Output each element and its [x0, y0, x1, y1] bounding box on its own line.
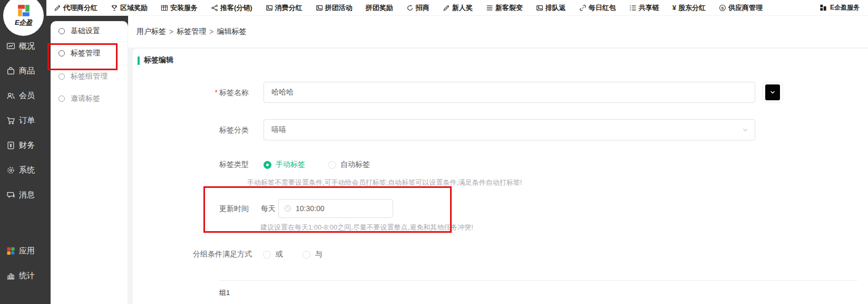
topnav-item-group-activity[interactable]: 拼团活动: [316, 3, 353, 13]
breadcrumb-item-user-tags[interactable]: 用户标签: [136, 27, 166, 36]
brand-logo[interactable]: E企盈: [3, 0, 44, 36]
topnav-item-group-reward[interactable]: 拼团奖励: [366, 3, 393, 13]
topnav-label: 拼团奖励: [366, 3, 393, 13]
radio-or-label[interactable]: 或: [276, 250, 283, 259]
breadcrumb-item-tag-management[interactable]: 标签管理: [177, 27, 206, 36]
sidebar-item-label: 商品: [19, 66, 35, 76]
top-nav-bar: 代理商分红 区域奖励 安装服务 推客(分销) 消费分红 拼团活动 拼团奖励 招商…: [46, 0, 868, 16]
group-condition-label: 分组条件满足方式: [133, 250, 252, 259]
topnav-item-distribution[interactable]: 推客(分销): [211, 3, 252, 13]
message-icon: [6, 191, 15, 200]
gear-icon: [6, 166, 15, 175]
sidebar-item-apps[interactable]: 应用: [0, 239, 46, 263]
required-asterisk: *: [215, 88, 218, 97]
topnav-item-supplier-mgmt[interactable]: S 供应商管理: [719, 3, 763, 13]
sidebar-item-orders[interactable]: 订单: [0, 108, 46, 133]
topnav-item-fission[interactable]: 新客裂变: [486, 3, 523, 13]
tag-type-radio-group: 手动标签 自动标签: [264, 160, 370, 169]
sidebar-item-label: 概况: [19, 41, 35, 51]
circle-icon: [58, 28, 65, 34]
update-time-value: 10:30:00: [296, 204, 325, 213]
subsidebar-item-tag-management[interactable]: 标签管理: [51, 42, 128, 65]
topnav-label: 供应商管理: [728, 3, 763, 13]
update-time-input[interactable]: 10:30:00: [278, 199, 393, 218]
breadcrumb: 用户标签 > 标签管理 > 编辑标签: [128, 16, 868, 48]
subsidebar-item-label: 基础设置: [71, 26, 100, 36]
topnav-label: 每日红包: [589, 3, 616, 13]
topnav-item-share-chain[interactable]: 共享链: [629, 3, 659, 13]
sidebar-item-members[interactable]: 会员: [0, 83, 46, 108]
topnav-label: 拼团活动: [325, 3, 353, 13]
brand-logo-text: E企盈: [15, 18, 32, 27]
tag-category-label: 标签分类: [133, 126, 249, 135]
image-icon: [316, 4, 323, 12]
subsidebar-item-basic-settings[interactable]: 基础设置: [51, 21, 128, 42]
sidebar-item-message[interactable]: 消息: [0, 183, 46, 207]
chevron-down-icon: [742, 127, 748, 133]
radio-auto-tag-label[interactable]: 自动标签: [340, 160, 370, 169]
topnav-item-eqiying-service[interactable]: E企盈服务: [820, 3, 860, 12]
sidebar-item-goods[interactable]: 商品: [0, 59, 46, 83]
radio-auto-tag[interactable]: [328, 161, 336, 169]
members-icon: [6, 91, 15, 100]
section-title: 标签编辑: [144, 55, 173, 65]
brand-logo-icon: [17, 4, 31, 17]
circle-icon: [58, 73, 65, 80]
breadcrumb-item-edit-tag[interactable]: 编辑标签: [217, 27, 246, 36]
goods-icon: [6, 66, 15, 75]
tag-edit-card: 标签编辑 *标签名称 标签分类 嘻嘻 标签类型: [133, 49, 868, 304]
topnav-item-agent-dividend[interactable]: 代理商分红: [54, 3, 97, 13]
tag-type-label: 标签类型: [133, 160, 249, 169]
topnav-item-newcomer-award[interactable]: 新人奖: [443, 3, 473, 13]
sidebar-item-label: 订单: [19, 116, 35, 126]
topnav-item-investment[interactable]: 招商: [406, 3, 430, 13]
share-icon: [211, 4, 218, 12]
sidebar-item-label: 统计: [19, 271, 35, 281]
topnav-label: 新人奖: [452, 3, 473, 13]
sidebar-item-finance[interactable]: 财务: [0, 133, 46, 158]
tag-type-help-text: 手动标签不需要设置条件,可手动给会员打标签;自动标签可以设置条件,满足条件自动打…: [247, 178, 522, 187]
sidebar-spacer: [0, 207, 46, 239]
topnav-label: 代理商分红: [63, 3, 97, 13]
yen-icon: ¥: [672, 4, 676, 11]
radio-manual-tag-label[interactable]: 手动标签: [276, 160, 305, 169]
svg-text:S: S: [721, 5, 724, 10]
tag-category-select[interactable]: 嘻嘻: [264, 119, 755, 140]
topnav-item-queue-return[interactable]: 排队返: [536, 3, 566, 13]
topnav-item-install-service[interactable]: 安装服务: [161, 3, 198, 13]
sidebar-item-label: 系统: [19, 165, 35, 175]
collapse-black-button[interactable]: [762, 82, 783, 103]
tag-name-label: *标签名称: [133, 88, 249, 98]
radio-or[interactable]: [263, 251, 271, 259]
circle-icon: [58, 96, 65, 102]
link-icon: [579, 4, 587, 12]
main-area: 用户标签 > 标签管理 > 编辑标签 标签编辑 *标签名称 标签分类 嘻嘻: [128, 16, 868, 304]
subsidebar-item-tag-group-management[interactable]: 标签组管理: [51, 65, 128, 88]
radio-and[interactable]: [303, 251, 310, 259]
subsidebar-item-label: 标签管理: [71, 49, 100, 58]
topnav-item-consume-dividend[interactable]: 消费分红: [266, 3, 303, 13]
radio-manual-tag[interactable]: [264, 161, 271, 169]
subsidebar-item-label: 邀请标签: [71, 94, 100, 103]
topnav-label: 招商: [416, 3, 430, 13]
topnav-label: E企盈服务: [830, 3, 860, 12]
secondary-sidebar: 基础设置 标签管理 标签组管理 邀请标签: [51, 21, 128, 304]
pen-icon: [443, 4, 450, 12]
topnav-item-region-reward[interactable]: 区域奖励: [111, 3, 148, 13]
recycle-icon: [406, 4, 414, 12]
primary-menu: 概况 商品 会员 订单: [0, 34, 46, 288]
update-time-label: 更新时间: [133, 204, 249, 214]
tag-name-input[interactable]: [264, 82, 755, 103]
sidebar-item-label: 应用: [19, 246, 35, 256]
radio-and-label[interactable]: 与: [315, 250, 323, 259]
topnav-item-shareholder-dividend[interactable]: ¥ 股东分红: [672, 3, 706, 13]
topnav-item-daily-redpacket[interactable]: 每日红包: [579, 3, 616, 13]
trophy-icon: [111, 4, 118, 12]
content-background: 标签编辑 *标签名称 标签分类 嘻嘻 标签类型: [128, 48, 868, 304]
update-time-help-text: 建议设置在每天1:00-8:00之间,尽量不要设置整点,避免和其他任务冲突!: [260, 223, 473, 232]
sidebar-item-stats[interactable]: 统计: [0, 263, 46, 288]
subsidebar-item-invite-tag[interactable]: 邀请标签: [51, 88, 128, 110]
overview-icon: [6, 42, 15, 51]
sidebar-item-system[interactable]: 系统: [0, 158, 46, 183]
sidebar-item-overview[interactable]: 概况: [0, 34, 46, 59]
